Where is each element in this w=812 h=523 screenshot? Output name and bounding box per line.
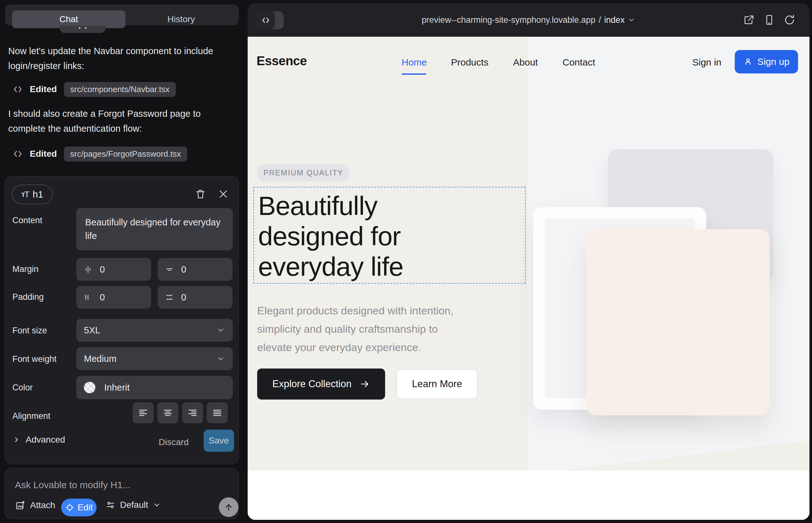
font-weight-value: Medium (84, 354, 117, 364)
edit-mode-button[interactable]: Edit (61, 499, 96, 516)
subtext-line: Elegant products designed with intention… (257, 301, 454, 320)
url-page: index (604, 15, 625, 25)
element-tag-pill[interactable]: TT h1 (12, 184, 53, 204)
chat-history-tabs: Chat History (5, 4, 239, 25)
tab-chat[interactable]: Chat (12, 11, 125, 28)
advanced-toggle[interactable]: Advanced (12, 435, 65, 445)
send-button[interactable] (219, 497, 239, 517)
padding-vertical-icon (165, 292, 174, 302)
padding-y-input[interactable]: 0 (158, 286, 232, 309)
margin-y-input[interactable]: 0 (158, 258, 232, 281)
sliders-icon (105, 500, 116, 510)
arrow-right-icon (360, 379, 370, 389)
preview-browser: preview--charming-site-symphony.lovable.… (248, 3, 810, 520)
code-icon (13, 149, 23, 159)
padding-label: Padding (12, 292, 44, 302)
font-weight-label: Font weight (12, 354, 57, 364)
edited-file-row[interactable]: Edited src/pages/ForgotPassword.tsx (13, 146, 187, 161)
color-label: Color (12, 383, 33, 393)
nav-products[interactable]: Products (451, 57, 488, 68)
site-logo[interactable]: Essence (257, 54, 307, 68)
content-input[interactable]: Beautifully designed for everyday life (76, 208, 233, 250)
edited-file-row[interactable]: Edited src/components/Navbar.tsx (13, 82, 176, 97)
close-icon[interactable] (216, 187, 230, 201)
nav-about[interactable]: About (513, 57, 538, 68)
padding-horizontal-icon (83, 292, 93, 302)
code-icon (13, 84, 23, 94)
sign-up-label: Sign up (757, 56, 790, 67)
headline-line: everyday life (258, 251, 404, 282)
url-bar[interactable]: preview--charming-site-symphony.lovable.… (248, 3, 810, 37)
attach-image-icon (15, 500, 26, 511)
align-justify-button[interactable] (207, 402, 228, 423)
preview-url: preview--charming-site-symphony.lovable.… (422, 15, 596, 25)
edit-label: Edit (77, 502, 93, 512)
open-in-new-icon[interactable] (742, 13, 756, 26)
chevron-down-icon (153, 501, 161, 509)
chevron-down-icon (628, 16, 635, 24)
sign-up-button[interactable]: Sign up (735, 50, 798, 73)
advanced-label: Advanced (26, 435, 65, 445)
scrolled-message-pill[interactable] (59, 26, 106, 33)
learn-more-button[interactable]: Learn More (396, 369, 478, 399)
font-weight-select[interactable]: Medium (76, 347, 233, 370)
explore-collection-button[interactable]: Explore Collection (257, 368, 385, 399)
discard-button[interactable]: Discard (159, 437, 189, 447)
edited-label: Edited (30, 149, 57, 159)
premium-quality-badge: PREMIUM QUALITY (257, 164, 350, 182)
font-size-label: Font size (12, 326, 47, 336)
content-label: Content (12, 216, 42, 226)
headline-line: Beautifully (258, 191, 404, 221)
margin-x-value: 0 (100, 264, 105, 275)
nav-contact[interactable]: Contact (562, 57, 595, 68)
edited-label: Edited (30, 84, 57, 94)
subtext-line: elevate your everyday experience. (257, 338, 454, 357)
chevron-down-icon (216, 326, 225, 335)
save-button[interactable]: Save (204, 430, 234, 452)
font-size-value: 5XL (84, 325, 100, 336)
user-icon (743, 57, 753, 67)
nav-home[interactable]: Home (402, 57, 427, 68)
padding-x-value: 0 (100, 292, 105, 303)
decorative-wedge (564, 426, 810, 470)
decorative-card-cream (586, 229, 770, 415)
align-right-button[interactable] (182, 402, 203, 423)
color-swatch (84, 382, 95, 393)
chevron-down-icon (216, 354, 225, 363)
site-preview: Essence Home Products About Contact Sign… (248, 37, 810, 520)
padding-x-input[interactable]: 0 (76, 286, 151, 309)
tab-history[interactable]: History (125, 11, 237, 28)
margin-x-input[interactable]: 0 (76, 258, 151, 281)
chat-composer[interactable]: Ask Lovable to modify H1... Attach Edit … (4, 468, 239, 519)
model-default-dropdown[interactable]: Default (105, 500, 161, 510)
explore-label: Explore Collection (272, 378, 352, 390)
composer-placeholder[interactable]: Ask Lovable to modify H1... (15, 480, 130, 490)
margin-horizontal-icon (83, 265, 93, 274)
delete-element-button[interactable] (194, 187, 208, 201)
typography-icon: TT (21, 190, 29, 199)
assistant-message: Now let's update the Navbar component to… (8, 44, 216, 73)
padding-y-value: 0 (181, 292, 186, 303)
chat-panel: Chat History Now let's update the Navbar… (0, 0, 247, 523)
margin-vertical-icon (165, 265, 174, 274)
font-size-select[interactable]: 5XL (76, 319, 233, 342)
align-left-button[interactable] (133, 402, 154, 423)
mobile-view-icon[interactable] (763, 13, 776, 26)
color-select[interactable]: Inherit (76, 376, 233, 399)
hero-headline[interactable]: Beautifully designed for everyday life (258, 191, 404, 282)
file-pill[interactable]: src/pages/ForgotPassword.tsx (64, 147, 188, 161)
margin-y-value: 0 (181, 264, 186, 275)
nav-home-underline (402, 73, 426, 75)
headline-line: designed for (258, 221, 404, 251)
attach-button[interactable]: Attach (15, 500, 55, 511)
subtext-line: simplicity and quality craftsmanship to (257, 320, 454, 338)
element-tag: h1 (33, 189, 43, 200)
sign-in-link[interactable]: Sign in (692, 57, 721, 68)
attach-label: Attach (30, 500, 55, 510)
align-center-button[interactable] (157, 402, 178, 423)
color-value: Inherit (104, 382, 130, 393)
file-pill[interactable]: src/components/Navbar.tsx (64, 82, 176, 97)
refresh-icon[interactable] (783, 13, 796, 26)
hero-subtext: Elegant products designed with intention… (257, 301, 454, 357)
element-editor-panel: TT h1 Content Beautifully designed for e… (4, 176, 239, 464)
